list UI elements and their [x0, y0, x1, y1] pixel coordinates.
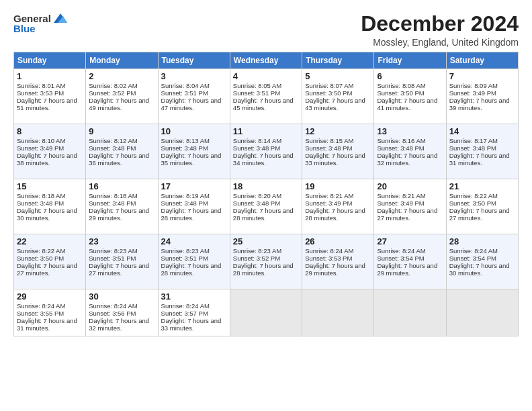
day-number: 14 [449, 126, 515, 136]
table-row: 6Sunrise: 8:08 AMSunset: 3:50 PMDaylight… [374, 69, 446, 124]
table-row: 27Sunrise: 8:24 AMSunset: 3:54 PMDayligh… [374, 234, 446, 289]
table-row: 4Sunrise: 8:05 AMSunset: 3:51 PMDaylight… [230, 69, 302, 124]
sunset-text: Sunset: 3:51 PM [89, 255, 136, 262]
header-friday: Friday [374, 52, 446, 69]
sunset-text: Sunset: 3:50 PM [377, 89, 424, 97]
header-row-days: Sunday Monday Tuesday Wednesday Thursday… [14, 52, 519, 69]
daylight-text: Daylight: 7 hours and 30 minutes. [17, 207, 77, 222]
table-row: 29Sunrise: 8:24 AMSunset: 3:55 PMDayligh… [14, 289, 86, 336]
sunset-text: Sunset: 3:51 PM [233, 89, 280, 97]
daylight-text: Daylight: 7 hours and 27 minutes. [17, 262, 77, 277]
table-row: 12Sunrise: 8:15 AMSunset: 3:48 PMDayligh… [302, 124, 374, 179]
main-title: December 2024 [361, 12, 519, 36]
day-number: 3 [161, 71, 227, 81]
table-row: 14Sunrise: 8:17 AMSunset: 3:48 PMDayligh… [446, 124, 518, 179]
daylight-text: Daylight: 7 hours and 33 minutes. [161, 317, 222, 332]
daylight-text: Daylight: 7 hours and 45 minutes. [233, 97, 294, 111]
table-row: 8Sunrise: 8:10 AMSunset: 3:49 PMDaylight… [14, 124, 86, 179]
daylight-text: Daylight: 7 hours and 30 minutes. [449, 262, 510, 277]
sunset-text: Sunset: 3:48 PM [89, 199, 136, 207]
daylight-text: Daylight: 7 hours and 29 minutes. [305, 262, 365, 277]
sunset-text: Sunset: 3:49 PM [305, 199, 352, 207]
sunset-text: Sunset: 3:56 PM [89, 310, 136, 317]
sunset-text: Sunset: 3:49 PM [449, 89, 496, 97]
daylight-text: Daylight: 7 hours and 29 minutes. [377, 262, 437, 277]
sunrise-text: Sunrise: 8:23 AM [233, 247, 281, 255]
daylight-text: Daylight: 7 hours and 47 minutes. [161, 97, 222, 111]
sunrise-text: Sunrise: 8:24 AM [89, 302, 137, 310]
table-row: 25Sunrise: 8:23 AMSunset: 3:52 PMDayligh… [230, 234, 302, 289]
sunrise-text: Sunrise: 8:24 AM [17, 302, 65, 310]
day-number: 29 [17, 291, 83, 302]
sunrise-text: Sunrise: 8:10 AM [17, 137, 65, 144]
day-number: 6 [377, 71, 443, 81]
sunset-text: Sunset: 3:52 PM [233, 255, 280, 262]
daylight-text: Daylight: 7 hours and 32 minutes. [377, 152, 437, 167]
sunrise-text: Sunrise: 8:20 AM [233, 192, 281, 199]
sunrise-text: Sunrise: 8:02 AM [89, 82, 137, 89]
day-number: 4 [233, 71, 299, 81]
daylight-text: Daylight: 7 hours and 43 minutes. [305, 97, 365, 111]
sunrise-text: Sunrise: 8:18 AM [17, 192, 65, 199]
sunset-text: Sunset: 3:48 PM [161, 199, 208, 207]
day-number: 16 [89, 181, 154, 191]
sunset-text: Sunset: 3:51 PM [161, 255, 208, 262]
day-number: 20 [377, 181, 443, 191]
day-number: 30 [89, 291, 154, 302]
day-number: 15 [17, 181, 83, 191]
logo-arrow-icon [52, 12, 67, 24]
daylight-text: Daylight: 7 hours and 49 minutes. [89, 97, 149, 111]
day-number: 11 [233, 126, 299, 136]
table-row: 1Sunrise: 8:01 AMSunset: 3:53 PMDaylight… [14, 69, 86, 124]
day-number: 31 [161, 291, 227, 302]
day-number: 8 [17, 126, 83, 136]
daylight-text: Daylight: 7 hours and 27 minutes. [449, 207, 510, 222]
sunrise-text: Sunrise: 8:09 AM [449, 82, 498, 89]
daylight-text: Daylight: 7 hours and 51 minutes. [17, 97, 77, 111]
daylight-text: Daylight: 7 hours and 28 minutes. [305, 207, 365, 222]
sunrise-text: Sunrise: 8:12 AM [89, 137, 137, 144]
sunset-text: Sunset: 3:57 PM [161, 310, 208, 317]
sunrise-text: Sunrise: 8:24 AM [449, 247, 498, 255]
sunset-text: Sunset: 3:49 PM [17, 144, 64, 152]
day-number: 21 [449, 181, 515, 191]
sunset-text: Sunset: 3:54 PM [449, 255, 496, 262]
sunset-text: Sunset: 3:48 PM [305, 144, 352, 152]
daylight-text: Daylight: 7 hours and 38 minutes. [17, 152, 77, 167]
header-monday: Monday [86, 52, 158, 69]
daylight-text: Daylight: 7 hours and 28 minutes. [161, 262, 222, 277]
day-number: 9 [89, 126, 154, 136]
day-number: 28 [449, 236, 515, 246]
sunset-text: Sunset: 3:51 PM [161, 89, 208, 97]
day-number: 26 [305, 236, 371, 246]
sunrise-text: Sunrise: 8:18 AM [89, 192, 137, 199]
header-wednesday: Wednesday [230, 52, 302, 69]
sunset-text: Sunset: 3:50 PM [305, 89, 352, 97]
sunrise-text: Sunrise: 8:05 AM [233, 82, 281, 89]
logo: General Blue [13, 12, 67, 34]
table-row: 31Sunrise: 8:24 AMSunset: 3:57 PMDayligh… [158, 289, 230, 336]
day-number: 12 [305, 126, 371, 136]
sunrise-text: Sunrise: 8:21 AM [377, 192, 425, 199]
day-number: 22 [17, 236, 83, 246]
sunrise-text: Sunrise: 8:04 AM [161, 82, 210, 89]
table-row: 20Sunrise: 8:21 AMSunset: 3:49 PMDayligh… [374, 179, 446, 234]
sunset-text: Sunset: 3:55 PM [17, 310, 64, 317]
daylight-text: Daylight: 7 hours and 41 minutes. [377, 97, 437, 111]
header-thursday: Thursday [302, 52, 374, 69]
daylight-text: Daylight: 7 hours and 31 minutes. [17, 317, 77, 332]
table-row: 19Sunrise: 8:21 AMSunset: 3:49 PMDayligh… [302, 179, 374, 234]
sunset-text: Sunset: 3:48 PM [233, 144, 280, 152]
daylight-text: Daylight: 7 hours and 32 minutes. [89, 317, 149, 332]
day-number: 25 [233, 236, 299, 246]
table-row: 21Sunrise: 8:22 AMSunset: 3:50 PMDayligh… [446, 179, 518, 234]
day-number: 7 [449, 71, 515, 81]
table-row: 17Sunrise: 8:19 AMSunset: 3:48 PMDayligh… [158, 179, 230, 234]
day-number: 17 [161, 181, 227, 191]
day-number: 23 [89, 236, 154, 246]
table-row: 5Sunrise: 8:07 AMSunset: 3:50 PMDaylight… [302, 69, 374, 124]
day-number: 2 [89, 71, 154, 81]
daylight-text: Daylight: 7 hours and 28 minutes. [161, 207, 222, 222]
table-row: 16Sunrise: 8:18 AMSunset: 3:48 PMDayligh… [86, 179, 158, 234]
table-row [446, 289, 518, 336]
